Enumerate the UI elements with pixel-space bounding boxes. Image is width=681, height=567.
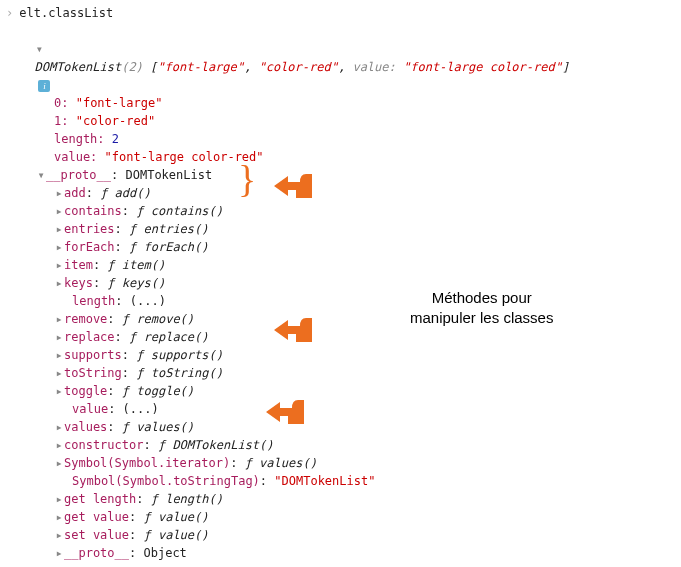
- method-row[interactable]: ▸keys: ƒ keys(): [6, 274, 675, 292]
- expand-toggle-icon[interactable]: ▾: [34, 40, 44, 58]
- method-row[interactable]: ▸remove: ƒ remove(): [6, 310, 675, 328]
- pointer-left-icon: [270, 312, 316, 348]
- method-row[interactable]: ▸Symbol(Symbol.iterator): ƒ values(): [6, 454, 675, 472]
- method-row[interactable]: ▸contains: ƒ contains(): [6, 202, 675, 220]
- chevron-right-icon[interactable]: ▸: [54, 526, 64, 544]
- chevron-right-icon[interactable]: ▸: [54, 346, 64, 364]
- chevron-right-icon[interactable]: ▸: [54, 238, 64, 256]
- method-row[interactable]: ▸toggle: ƒ toggle(): [6, 382, 675, 400]
- chevron-right-icon[interactable]: ▸: [54, 418, 64, 436]
- method-row[interactable]: ▸toString: ƒ toString(): [6, 364, 675, 382]
- chevron-right-icon[interactable]: ▸: [54, 202, 64, 220]
- chevron-right-icon[interactable]: ▸: [54, 436, 64, 454]
- chevron-right-icon[interactable]: ▸: [54, 508, 64, 526]
- method-row[interactable]: ▸item: ƒ item(): [6, 256, 675, 274]
- chevron-right-icon[interactable]: ▸: [54, 490, 64, 508]
- chevron-right-icon[interactable]: ▸: [54, 256, 64, 274]
- method-row[interactable]: ▸get length: ƒ length(): [6, 490, 675, 508]
- pointer-left-icon: [270, 168, 316, 204]
- object-type: DOMTokenList: [34, 60, 121, 74]
- chevron-right-icon[interactable]: ▸: [54, 454, 64, 472]
- chevron-right-icon[interactable]: ▸: [54, 544, 64, 562]
- prop-row[interactable]: length: 2: [6, 130, 675, 148]
- method-row[interactable]: ▸entries: ƒ entries(): [6, 220, 675, 238]
- info-icon[interactable]: i: [38, 80, 50, 92]
- pointer-left-icon: [262, 394, 308, 430]
- chevron-right-icon[interactable]: ▸: [54, 274, 64, 292]
- chevron-right-icon[interactable]: ▸: [54, 310, 64, 328]
- console-input[interactable]: elt.classList: [6, 4, 675, 22]
- chevron-right-icon[interactable]: ▸: [54, 184, 64, 202]
- chevron-down-icon[interactable]: ▾: [36, 166, 46, 184]
- method-row[interactable]: ▸add: ƒ add(): [6, 184, 675, 202]
- prop-row[interactable]: value: (...): [6, 400, 675, 418]
- method-row[interactable]: ▸set value: ƒ value(): [6, 526, 675, 544]
- proto-row[interactable]: ▾__proto__: DOMTokenList: [6, 166, 675, 184]
- prop-row[interactable]: length: (...): [6, 292, 675, 310]
- annotation-text: Méthodes pour manipuler les classes: [410, 288, 553, 328]
- chevron-right-icon[interactable]: ▸: [54, 328, 64, 346]
- prop-row[interactable]: value: "font-large color-red": [6, 148, 675, 166]
- prop-row[interactable]: 1: "color-red": [6, 112, 675, 130]
- method-row[interactable]: ▸constructor: ƒ DOMTokenList(): [6, 436, 675, 454]
- method-row[interactable]: ▸values: ƒ values(): [6, 418, 675, 436]
- method-row[interactable]: ▸get value: ƒ value(): [6, 508, 675, 526]
- method-row[interactable]: ▸replace: ƒ replace(): [6, 328, 675, 346]
- chevron-right-icon[interactable]: ▸: [54, 364, 64, 382]
- proto-row[interactable]: ▸__proto__: Object: [6, 544, 675, 562]
- prop-row[interactable]: Symbol(Symbol.toStringTag): "DOMTokenLis…: [6, 472, 675, 490]
- brace-icon: }: [238, 160, 256, 198]
- chevron-right-icon[interactable]: ▸: [54, 220, 64, 238]
- prop-row[interactable]: 0: "font-large": [6, 94, 675, 112]
- result-header[interactable]: ▾ DOMTokenList(2) ["font-large", "color-…: [6, 22, 675, 94]
- method-row[interactable]: ▸forEach: ƒ forEach(): [6, 238, 675, 256]
- chevron-right-icon[interactable]: ▸: [54, 382, 64, 400]
- method-row[interactable]: ▸supports: ƒ supports(): [6, 346, 675, 364]
